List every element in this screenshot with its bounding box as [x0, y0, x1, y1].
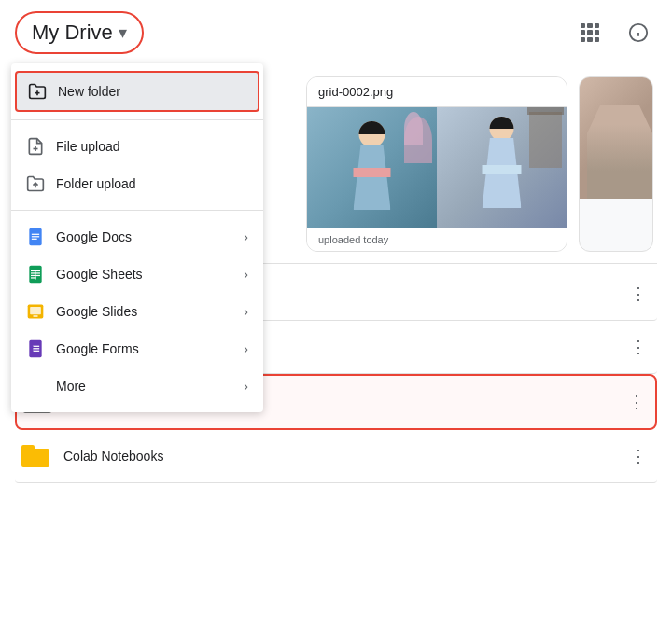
- file-card[interactable]: grid-0002.png: [306, 76, 567, 252]
- file-card-title: grid-0002.png: [307, 77, 567, 107]
- chevron-down-icon: ▾: [119, 22, 127, 43]
- more-options-sd[interactable]: ⋮: [623, 279, 653, 309]
- google-forms-label: Google Forms: [56, 341, 139, 356]
- menu-item-new-folder[interactable]: New folder: [15, 71, 259, 112]
- list-item[interactable]: Colab Notebooks ⋮: [15, 430, 657, 483]
- file-card-footer: uploaded today: [307, 228, 567, 251]
- partial-image: [580, 77, 652, 199]
- menu-divider-2: [11, 210, 263, 211]
- svg-rect-20: [34, 315, 38, 317]
- top-icons: [571, 14, 657, 51]
- svg-point-26: [31, 348, 34, 351]
- svg-point-25: [31, 345, 34, 348]
- file-card-partial: [579, 76, 653, 252]
- file-upload-icon: [26, 137, 45, 156]
- partial-figure: [587, 105, 652, 199]
- chevron-right-icon-3: ›: [244, 304, 248, 319]
- chevron-right-icon-2: ›: [244, 267, 248, 282]
- svg-rect-19: [30, 307, 41, 314]
- info-button[interactable]: [620, 14, 657, 51]
- yellow-folder-icon: [21, 445, 49, 467]
- grid-view-button[interactable]: [571, 14, 609, 51]
- image-left: [307, 107, 437, 228]
- svg-rect-9: [32, 234, 39, 235]
- menu-item-folder-upload[interactable]: Folder upload: [11, 165, 263, 202]
- folder-icon-colab: [19, 439, 52, 473]
- chevron-right-icon: ›: [244, 229, 248, 244]
- menu-item-google-forms[interactable]: Google Forms ›: [11, 330, 263, 367]
- menu-item-file-upload[interactable]: File upload: [11, 128, 263, 165]
- menu-item-more[interactable]: More ›: [11, 367, 263, 405]
- menu-item-google-slides[interactable]: Google Slides ›: [11, 293, 263, 330]
- grid-icon: [581, 23, 599, 42]
- file-card-images: [307, 107, 567, 228]
- chevron-right-icon-4: ›: [244, 341, 248, 356]
- google-sheets-icon: [26, 265, 45, 284]
- google-docs-icon: [26, 228, 45, 246]
- svg-rect-10: [32, 236, 39, 237]
- menu-item-google-sheets[interactable]: Google Sheets ›: [11, 256, 263, 293]
- file-name-colab: Colab Notebooks: [63, 449, 623, 464]
- more-options-model[interactable]: ⋮: [622, 387, 651, 417]
- svg-rect-11: [32, 239, 37, 240]
- new-folder-icon: [28, 82, 47, 101]
- image-right: [437, 107, 567, 228]
- more-label: More: [56, 379, 86, 394]
- google-slides-label: Google Slides: [56, 304, 137, 319]
- google-slides-icon: [26, 302, 45, 321]
- svg-point-27: [31, 350, 34, 353]
- my-drive-button[interactable]: My Drive ▾: [15, 11, 144, 54]
- folder-upload-icon: [26, 174, 45, 193]
- more-icon: [26, 377, 45, 395]
- info-icon: [628, 22, 649, 43]
- top-bar: My Drive ▾: [0, 0, 672, 65]
- google-docs-label: Google Docs: [56, 229, 132, 244]
- my-drive-label: My Drive: [32, 21, 113, 45]
- google-forms-icon: [26, 339, 45, 358]
- chevron-right-icon-5: ›: [244, 379, 248, 394]
- more-options-odds[interactable]: ⋮: [623, 332, 653, 362]
- dropdown-menu: New folder File upload Folder upload: [11, 63, 263, 412]
- file-upload-label: File upload: [56, 139, 120, 154]
- google-sheets-label: Google Sheets: [56, 267, 143, 282]
- new-folder-label: New folder: [58, 84, 120, 99]
- folder-upload-label: Folder upload: [56, 176, 136, 191]
- menu-item-google-docs[interactable]: Google Docs ›: [11, 218, 263, 256]
- more-options-colab[interactable]: ⋮: [623, 441, 653, 471]
- menu-divider-1: [11, 119, 263, 120]
